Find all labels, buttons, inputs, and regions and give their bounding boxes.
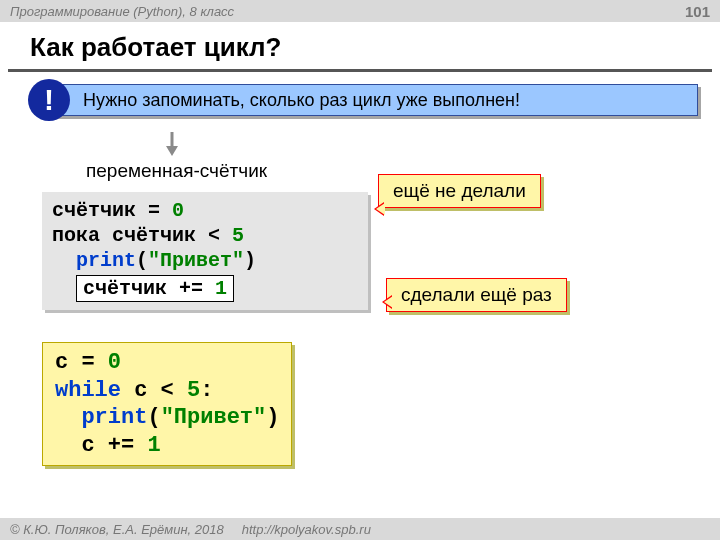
hint-tail-icon	[374, 202, 384, 216]
code-line: print("Привет")	[55, 404, 279, 432]
tip-row: Нужно запоминать, сколько раз цикл уже в…	[22, 82, 698, 120]
pseudocode-block: счётчик = 0 пока счётчик < 5 print("Прив…	[42, 192, 368, 310]
code-line: c += 1	[55, 432, 279, 460]
python-code-block: c = 0 while c < 5: print("Привет") c += …	[42, 342, 292, 466]
copyright-text: © К.Ю. Поляков, Е.А. Ерёмин, 2018	[10, 522, 224, 537]
page-number: 101	[685, 3, 710, 20]
hint-not-done-yet: ещё не делали	[378, 174, 541, 208]
arrow-down-icon	[165, 132, 179, 154]
course-name: Программирование (Python), 8 класс	[10, 4, 234, 19]
svg-marker-1	[166, 146, 178, 156]
code-line: счётчик = 0	[52, 198, 358, 223]
tip-bar: Нужно запоминать, сколько раз цикл уже в…	[54, 84, 698, 116]
warning-mark: !	[44, 83, 54, 117]
code-line: c = 0	[55, 349, 279, 377]
code-line: счётчик += 1	[52, 273, 358, 302]
code-line: print("Привет")	[52, 248, 358, 273]
warning-icon: !	[28, 79, 70, 121]
hint-did-again: сделали ещё раз	[386, 278, 567, 312]
footer-url: http://kpolyakov.spb.ru	[242, 522, 371, 537]
code-line: пока счётчик < 5	[52, 223, 358, 248]
counter-variable-label: переменная-счётчик	[86, 160, 267, 182]
tip-text: Нужно запоминать, сколько раз цикл уже в…	[83, 90, 520, 111]
header-strip: Программирование (Python), 8 класс 101	[0, 0, 720, 22]
code-line: while c < 5:	[55, 377, 279, 405]
footer: © К.Ю. Поляков, Е.А. Ерёмин, 2018 http:/…	[0, 518, 720, 540]
slide-title: Как работает цикл?	[8, 22, 712, 72]
hint-tail-icon	[382, 295, 392, 309]
increment-box: счётчик += 1	[76, 275, 234, 302]
